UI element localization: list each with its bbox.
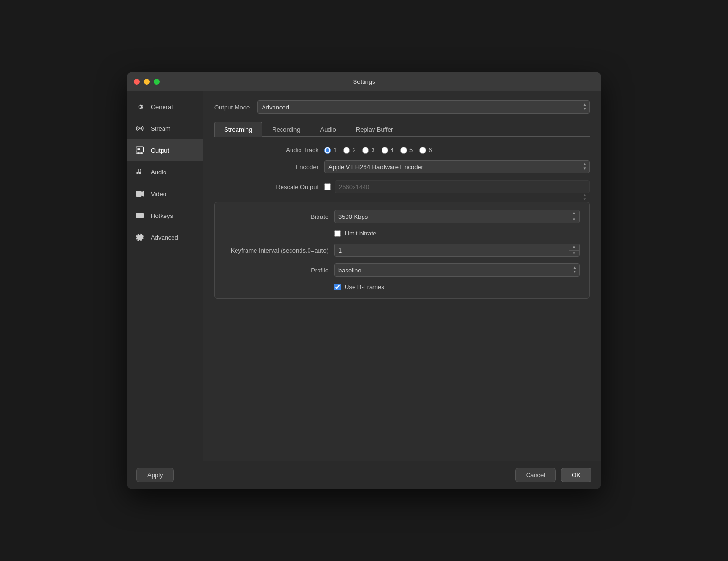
output-mode-select-wrapper: Advanced Simple ▲ ▼ [257, 100, 590, 114]
profile-row: Profile baseline main high ▲ ▼ [224, 263, 580, 277]
output-icon [135, 145, 145, 155]
sidebar-item-output[interactable]: Output [127, 139, 203, 161]
stream-icon [135, 123, 145, 134]
audio-track-4-radio[interactable] [382, 147, 388, 154]
bitrate-input[interactable] [334, 210, 580, 223]
encoder-select[interactable]: Apple VT H264 Hardware Encoder x264 NVEN… [324, 160, 590, 173]
window-title: Settings [353, 78, 375, 85]
streaming-settings: Audio Track 1 2 3 [214, 146, 590, 299]
audio-track-label: Audio Track [214, 146, 318, 154]
main-content: Output Mode Advanced Simple ▲ ▼ Streamin… [203, 91, 601, 461]
use-bframes-label: Use B-Frames [345, 283, 384, 290]
encoder-row: Encoder Apple VT H264 Hardware Encoder x… [214, 160, 590, 173]
apply-button[interactable]: Apply [136, 468, 174, 482]
bitrate-up-arrow[interactable]: ▲ [569, 210, 579, 217]
limit-bitrate-label: Limit bitrate [345, 230, 376, 237]
sidebar-advanced-label: Advanced [151, 234, 178, 241]
svg-rect-5 [137, 214, 138, 215]
audio-track-row: Audio Track 1 2 3 [214, 146, 590, 154]
sidebar-item-hotkeys[interactable]: Hotkeys [127, 205, 203, 226]
sidebar-output-label: Output [151, 147, 169, 154]
audio-track-1-option[interactable]: 1 [324, 146, 337, 154]
bframes-row: Use B-Frames [224, 283, 580, 290]
audio-track-3-radio[interactable] [362, 147, 369, 154]
svg-rect-8 [137, 216, 138, 217]
tab-recording[interactable]: Recording [262, 122, 310, 137]
sidebar-audio-label: Audio [151, 169, 166, 176]
audio-track-6-label: 6 [428, 146, 432, 154]
svg-rect-6 [139, 214, 140, 215]
output-tabs: Streaming Recording Audio Replay Buffer [214, 121, 590, 137]
profile-select[interactable]: baseline main high [334, 263, 580, 277]
keyframe-down-arrow[interactable]: ▼ [569, 251, 579, 257]
hotkeys-icon [135, 210, 145, 221]
traffic-lights [134, 79, 160, 85]
audio-icon [135, 167, 145, 177]
output-mode-select[interactable]: Advanced Simple [257, 100, 590, 114]
bottom-bar: Apply Cancel OK [127, 461, 601, 489]
sidebar-general-label: General [151, 103, 173, 110]
output-mode-row: Output Mode Advanced Simple ▲ ▼ [214, 100, 590, 114]
sidebar-item-general[interactable]: General [127, 96, 203, 118]
keyframe-arrows: ▲ ▼ [569, 244, 579, 256]
keyframe-label: Keyframe Interval (seconds,0=auto) [224, 247, 328, 254]
rescale-select-wrapper: 2560x1440 1920x1080 1280x720 ▲ ▼ [335, 180, 590, 193]
use-bframes-checkbox[interactable] [334, 284, 341, 290]
video-icon [135, 189, 145, 199]
tab-replay-buffer[interactable]: Replay Buffer [346, 122, 403, 137]
titlebar: Settings [127, 72, 601, 91]
audio-track-5-radio[interactable] [400, 147, 407, 154]
keyframe-row: Keyframe Interval (seconds,0=auto) ▲ ▼ [224, 244, 580, 257]
rescale-output-row: Rescale Output 2560x1440 1920x1080 1280x… [214, 180, 590, 193]
rescale-output-checkbox[interactable] [324, 183, 331, 190]
encoder-label: Encoder [214, 163, 318, 171]
sidebar-item-audio[interactable]: Audio [127, 161, 203, 183]
audio-track-2-radio[interactable] [343, 147, 350, 154]
svg-rect-7 [141, 214, 142, 215]
encoder-select-wrapper: Apple VT H264 Hardware Encoder x264 NVEN… [324, 160, 590, 173]
advanced-icon [135, 232, 145, 243]
svg-rect-3 [136, 191, 142, 197]
svg-rect-4 [136, 213, 144, 218]
svg-point-10 [139, 236, 141, 238]
audio-track-4-label: 4 [391, 146, 394, 154]
ok-button[interactable]: OK [561, 468, 592, 482]
profile-select-wrapper: baseline main high ▲ ▼ [334, 263, 580, 277]
cancel-button[interactable]: Cancel [515, 468, 556, 482]
minimize-button[interactable] [144, 79, 150, 85]
audio-track-3-label: 3 [371, 146, 374, 154]
bitrate-label: Bitrate [224, 213, 328, 220]
audio-track-5-option[interactable]: 5 [400, 146, 413, 154]
audio-track-6-radio[interactable] [419, 147, 426, 154]
right-buttons: Cancel OK [515, 468, 592, 482]
sidebar-video-label: Video [151, 190, 166, 198]
gear-icon [135, 101, 145, 112]
tab-streaming[interactable]: Streaming [214, 122, 262, 137]
audio-track-4-option[interactable]: 4 [382, 146, 394, 154]
sidebar-item-video[interactable]: Video [127, 183, 203, 205]
audio-track-1-radio[interactable] [324, 147, 331, 154]
tab-audio[interactable]: Audio [310, 122, 346, 137]
limit-bitrate-row: Limit bitrate [224, 230, 580, 237]
sidebar: General Stream [127, 91, 203, 461]
rescale-wrapper: 2560x1440 1920x1080 1280x720 ▲ ▼ [324, 180, 590, 193]
audio-track-2-option[interactable]: 2 [343, 146, 355, 154]
keyframe-up-arrow[interactable]: ▲ [569, 244, 579, 251]
encoder-settings-box: Bitrate ▲ ▼ Limit bitrate [214, 202, 590, 299]
profile-label: Profile [224, 267, 328, 274]
audio-track-group: 1 2 3 4 [324, 146, 432, 154]
svg-rect-2 [138, 148, 140, 150]
sidebar-item-stream[interactable]: Stream [127, 118, 203, 139]
close-button[interactable] [134, 79, 140, 85]
rescale-output-label: Rescale Output [214, 183, 318, 190]
maximize-button[interactable] [154, 79, 160, 85]
keyframe-spinbox-wrapper: ▲ ▼ [334, 244, 580, 257]
bitrate-down-arrow[interactable]: ▼ [569, 217, 579, 223]
rescale-resolution-select: 2560x1440 1920x1080 1280x720 [335, 180, 590, 193]
audio-track-6-option[interactable]: 6 [419, 146, 432, 154]
svg-rect-9 [139, 216, 142, 217]
limit-bitrate-checkbox[interactable] [334, 230, 341, 237]
sidebar-item-advanced[interactable]: Advanced [127, 226, 203, 248]
keyframe-input[interactable] [334, 244, 580, 257]
audio-track-3-option[interactable]: 3 [362, 146, 374, 154]
